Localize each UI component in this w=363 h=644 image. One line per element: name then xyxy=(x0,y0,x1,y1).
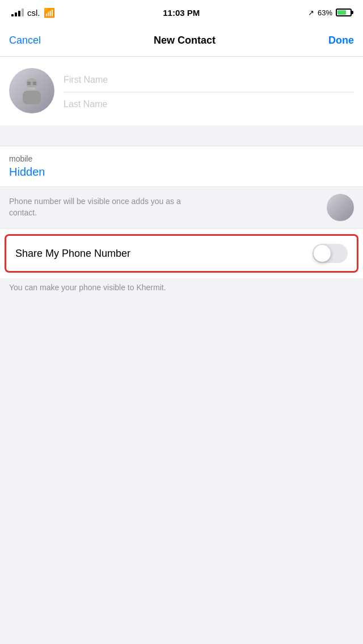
page-title: New Contact xyxy=(154,35,216,46)
battery-icon xyxy=(336,9,352,16)
share-phone-row[interactable]: Share My Phone Number xyxy=(5,234,358,273)
field-divider xyxy=(64,92,354,92)
signal-icon xyxy=(11,9,24,16)
battery-percent: 63% xyxy=(318,9,332,17)
share-info-text: You can make your phone visible to Kherm… xyxy=(0,278,363,301)
svg-rect-2 xyxy=(27,82,31,85)
info-avatar-small xyxy=(327,194,354,221)
last-name-input[interactable] xyxy=(64,95,354,114)
info-section: Phone number will be visible once adds y… xyxy=(0,187,363,228)
nav-bar: Cancel New Contact Done xyxy=(0,25,363,57)
avatar-placeholder xyxy=(9,68,54,113)
phone-section: mobile Hidden xyxy=(0,146,363,187)
carrier-label: csl. xyxy=(27,8,40,18)
contact-fields xyxy=(64,68,354,114)
status-left: csl. 📶 xyxy=(11,7,55,18)
svg-rect-1 xyxy=(23,91,41,104)
first-name-row xyxy=(64,73,354,87)
info-text: Phone number will be visible once adds y… xyxy=(9,196,202,218)
status-bar: csl. 📶 11:03 PM ↗ 63% xyxy=(0,0,363,25)
first-name-input[interactable] xyxy=(64,73,354,87)
toggle-row-wrapper: Share My Phone Number xyxy=(0,228,363,278)
toggle-label: Share My Phone Number xyxy=(15,248,130,260)
status-right: ↗ 63% xyxy=(308,9,352,17)
phone-label: mobile xyxy=(9,154,354,163)
svg-rect-3 xyxy=(33,82,36,85)
share-phone-toggle[interactable] xyxy=(313,244,348,263)
section-spacer xyxy=(0,125,363,146)
done-button[interactable]: Done xyxy=(328,35,354,46)
contact-avatar[interactable] xyxy=(9,68,54,113)
toggle-thumb xyxy=(314,245,331,262)
bottom-fill xyxy=(0,301,363,528)
svg-rect-4 xyxy=(28,87,35,90)
cancel-button[interactable]: Cancel xyxy=(9,35,41,46)
status-time: 11:03 PM xyxy=(163,8,200,18)
wifi-icon: 📶 xyxy=(44,7,55,18)
phone-value: Hidden xyxy=(9,166,354,179)
contact-form-section xyxy=(0,57,363,125)
location-icon: ↗ xyxy=(308,9,314,17)
